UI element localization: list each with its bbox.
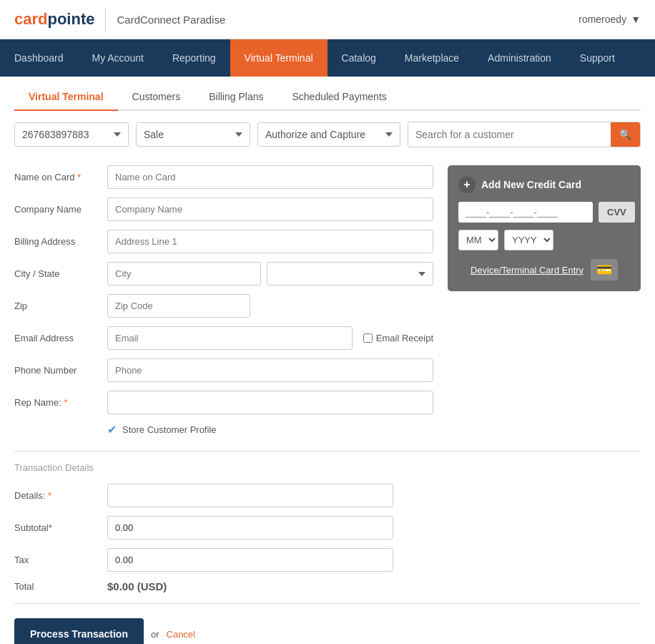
capture-select[interactable]: Authorize and Capture Authorize Only [257,122,400,147]
nav-item-administration[interactable]: Administration [473,39,566,77]
tab-customers[interactable]: Customers [118,84,195,111]
credit-card-panel: + Add New Credit Card CVV MM 01020304 05… [448,165,641,436]
zip-label: Zip [14,301,107,311]
zip-row: Zip [14,294,433,318]
transaction-section-title: Transaction Details [14,462,641,473]
email-input[interactable] [107,326,353,350]
customer-form: Name on Card * Company Name Billing Addr… [14,165,433,436]
zip-input[interactable] [107,294,250,318]
details-label: Details: * [14,490,107,501]
cc-expiry-row: MM 01020304 05060708 09101112 YYYY 20242… [458,230,630,250]
cancel-link[interactable]: Cancel [167,629,195,640]
transaction-section: Transaction Details Details: * Subtotal*… [14,451,641,592]
customer-search-bar: 🔍 [408,122,641,147]
cc-panel-header: + Add New Credit Card [458,176,630,193]
add-credit-card-panel: + Add New Credit Card CVV MM 01020304 05… [448,165,641,291]
state-select[interactable]: ALAKAZCACO FLGANYTX [267,262,433,286]
filter-bar: 267683897883 Sale Authorize and Capture … [14,111,641,158]
tab-virtual-terminal[interactable]: Virtual Terminal [14,84,118,111]
tax-row: Tax [14,548,641,572]
nav-item-dashboard[interactable]: Dashboard [0,39,78,77]
rep-name-row: Rep Name: * [14,391,433,414]
chevron-down-icon: ▼ [631,14,641,25]
tab-billing-plans[interactable]: Billing Plans [194,84,277,111]
cc-panel-title: Add New Credit Card [481,179,581,190]
total-label: Total [14,581,107,592]
tab-bar: Virtual Terminal Customers Billing Plans… [14,77,641,111]
cvv-button[interactable]: CVV [599,202,635,223]
plus-icon: + [458,176,476,193]
phone-row: Phone Number [14,358,433,382]
nav-item-support[interactable]: Support [566,39,629,77]
cc-number-input[interactable] [458,202,593,223]
city-input[interactable] [107,262,261,286]
cc-number-row: CVV [458,202,630,223]
city-state-inputs: ALAKAZCACO FLGANYTX [107,262,433,286]
name-on-card-row: Name on Card * [14,165,433,189]
phone-input[interactable] [107,358,433,382]
device-entry-link[interactable]: Device/Terminal Card Entry [471,265,583,275]
nav-item-reporting[interactable]: Reporting [158,39,230,77]
customer-search-button[interactable]: 🔍 [611,122,640,147]
name-on-card-label: Name on Card * [14,172,107,182]
user-menu[interactable]: romeroedy ▼ [578,14,641,25]
device-entry-row[interactable]: Device/Terminal Card Entry 💳 [458,259,630,280]
phone-label: Phone Number [14,365,107,376]
city-state-row: City / State ALAKAZCACO FLGANYTX [14,262,433,286]
nav-item-catalog[interactable]: Catalog [328,39,390,77]
tab-scheduled-payments[interactable]: Scheduled Payments [277,84,400,111]
rep-name-label: Rep Name: * [14,397,107,408]
total-value: $0.00 (USD) [107,580,167,592]
details-row: Details: * [14,484,641,507]
company-name-label: Company Name [14,204,107,215]
subtotal-row: Subtotal* [14,516,641,540]
tax-label: Tax [14,555,107,565]
tax-input[interactable] [107,548,393,572]
content-area: Virtual Terminal Customers Billing Plans… [0,77,655,644]
account-select[interactable]: 267683897883 [14,122,129,147]
logo-separator [105,7,106,32]
top-header: cardpointe CardConnect Paradise romeroed… [0,0,655,39]
email-label: Email Address [14,333,107,343]
email-row-content: Email Receipt [107,326,433,350]
details-input[interactable] [107,484,393,507]
user-name: romeroedy [578,14,626,25]
nav-item-virtual-terminal[interactable]: Virtual Terminal [230,39,328,77]
subtotal-label: Subtotal* [14,522,107,533]
logo-pointe: pointe [47,10,94,29]
name-on-card-input[interactable] [107,165,433,189]
logo-area: cardpointe CardConnect Paradise [14,7,225,32]
billing-address-label: Billing Address [14,236,107,247]
main-nav: Dashboard My Account Reporting Virtual T… [0,39,655,77]
cc-year-select[interactable]: YYYY 2024202520262027 202820292030 [504,230,553,250]
company-name-row: Company Name [14,197,433,221]
or-text: or [151,629,159,640]
logo-card: card [14,10,47,29]
nav-item-my-account[interactable]: My Account [78,39,158,77]
rep-name-input[interactable] [107,391,433,414]
city-state-label: City / State [14,268,107,279]
email-row: Email Address Email Receipt [14,326,433,350]
card-swipe-icon: 💳 [591,259,618,280]
company-name-input[interactable] [107,197,433,221]
type-select[interactable]: Sale [136,122,250,147]
billing-address-row: Billing Address [14,230,433,253]
customer-search-input[interactable] [408,123,611,146]
cc-month-select[interactable]: MM 01020304 05060708 09101112 [458,230,498,250]
email-receipt-label[interactable]: Email Receipt [363,333,433,343]
store-profile-row: ✔ Store Customer Profile [107,423,433,436]
subtotal-input[interactable] [107,516,393,540]
form-section: Name on Card * Company Name Billing Addr… [14,158,641,436]
company-name: CardConnect Paradise [117,14,225,26]
email-receipt-checkbox[interactable] [363,333,373,343]
nav-item-marketplace[interactable]: Marketplace [390,39,473,77]
billing-address-input[interactable] [107,230,433,253]
total-row: Total $0.00 (USD) [14,580,641,592]
process-transaction-button[interactable]: Process Transaction [14,618,144,644]
store-profile-label: Store Customer Profile [122,424,217,435]
action-area: Process Transaction or Cancel [14,618,641,644]
store-profile-checkmark-icon: ✔ [107,423,117,436]
bottom-divider [14,603,641,604]
